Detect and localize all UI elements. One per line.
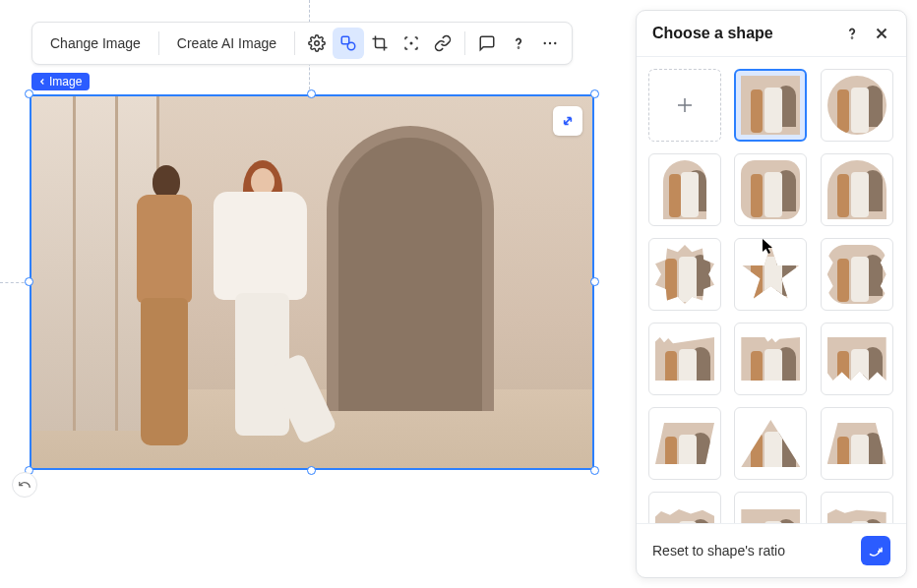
- image-content: [31, 96, 592, 468]
- svg-point-4: [519, 47, 520, 48]
- svg-point-6: [549, 42, 551, 44]
- shape-parallelogram[interactable]: [648, 407, 721, 480]
- resize-handle-mr[interactable]: [590, 277, 599, 286]
- panel-title: Choose a shape: [652, 25, 773, 42]
- image-toolbar: Change Image Create AI Image: [31, 22, 573, 65]
- help-icon[interactable]: [503, 28, 534, 59]
- shape-circle[interactable]: [821, 69, 893, 142]
- element-type-badge[interactable]: Image: [31, 73, 90, 90]
- svg-rect-1: [341, 36, 349, 44]
- settings-icon[interactable]: [301, 28, 333, 59]
- add-shape-button[interactable]: [648, 69, 721, 142]
- shape-triangle[interactable]: [734, 407, 807, 480]
- svg-rect-2: [347, 42, 355, 50]
- panel-help-icon[interactable]: [843, 25, 861, 42]
- reset-ratio-button[interactable]: Reset to shape's ratio: [652, 543, 785, 559]
- svg-point-8: [852, 37, 853, 38]
- crop-icon[interactable]: [364, 28, 396, 59]
- resize-handle-br[interactable]: [590, 466, 599, 475]
- resize-handle-tm[interactable]: [307, 89, 316, 98]
- shape-rounded[interactable]: [734, 153, 807, 226]
- close-icon[interactable]: [873, 25, 890, 42]
- selected-image[interactable]: [30, 94, 594, 470]
- shape-panel: Choose a shape: [636, 10, 907, 578]
- resize-handle-tl[interactable]: [25, 89, 33, 98]
- more-icon[interactable]: [534, 28, 566, 59]
- divider: [294, 31, 295, 55]
- reset-icon[interactable]: [861, 536, 890, 565]
- svg-point-0: [315, 41, 320, 46]
- resize-handle-bm[interactable]: [307, 466, 316, 475]
- undo-icon[interactable]: [12, 472, 37, 498]
- shape-trapezoid[interactable]: [821, 407, 893, 480]
- focal-point-icon[interactable]: [396, 28, 427, 59]
- shape-wave[interactable]: [821, 323, 893, 395]
- shape-torn-left[interactable]: [648, 323, 721, 395]
- shape-rectangle[interactable]: [734, 69, 807, 142]
- shape-crop-icon[interactable]: [333, 28, 364, 59]
- resize-handle-tr[interactable]: [590, 89, 599, 98]
- shape-torn-mid[interactable]: [734, 323, 807, 395]
- resize-handle-ml[interactable]: [25, 277, 33, 286]
- create-ai-image-button[interactable]: Create AI Image: [165, 28, 288, 59]
- shape-burst[interactable]: [734, 238, 807, 311]
- shape-arch-wide[interactable]: [821, 153, 893, 226]
- panel-header: Choose a shape: [637, 11, 906, 57]
- link-icon[interactable]: [427, 28, 458, 59]
- divider: [464, 31, 465, 55]
- svg-point-7: [554, 42, 556, 44]
- shape-brush-3[interactable]: [821, 492, 893, 523]
- shape-grid: [637, 57, 906, 523]
- panel-footer: Reset to shape's ratio: [637, 523, 906, 577]
- divider: [158, 31, 159, 55]
- shape-scallop[interactable]: [821, 238, 893, 311]
- expand-icon[interactable]: [553, 106, 582, 136]
- badge-label: Image: [49, 75, 82, 88]
- shape-brush-1[interactable]: [648, 492, 721, 523]
- image-canvas[interactable]: [30, 94, 594, 470]
- svg-point-5: [544, 42, 546, 44]
- shape-arch[interactable]: [648, 153, 721, 226]
- shape-flower[interactable]: [648, 238, 721, 311]
- svg-point-3: [410, 42, 412, 44]
- comment-icon[interactable]: [471, 28, 503, 59]
- shape-brush-2[interactable]: [734, 492, 807, 523]
- change-image-button[interactable]: Change Image: [38, 28, 153, 59]
